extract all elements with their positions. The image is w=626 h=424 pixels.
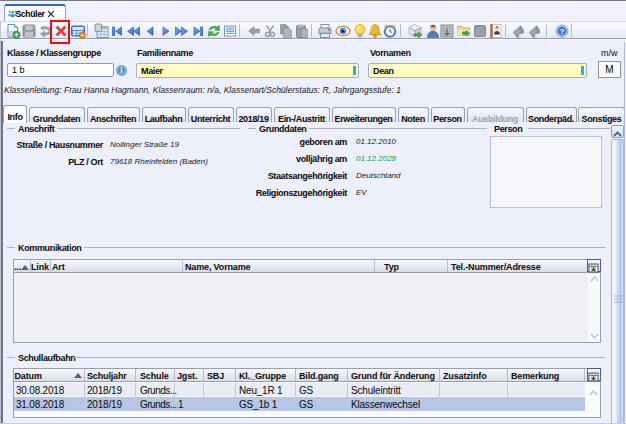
svg-text:?: ? bbox=[560, 27, 565, 36]
